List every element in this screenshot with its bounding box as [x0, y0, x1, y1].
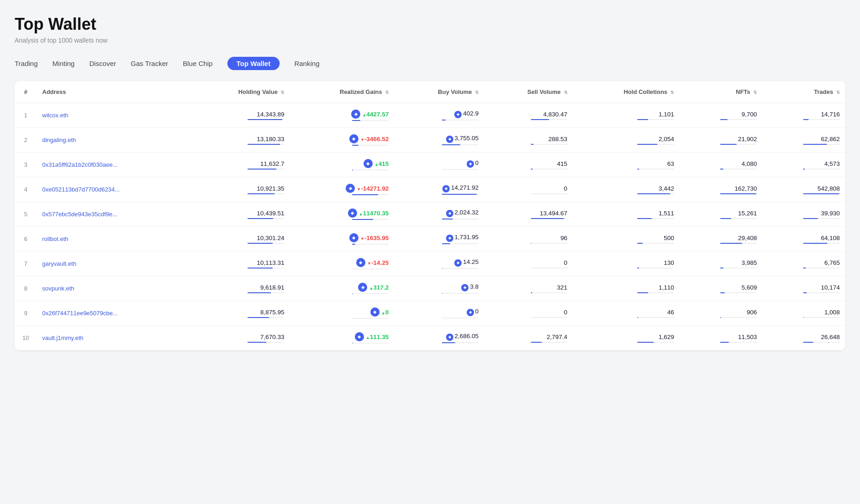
cell-nfts: 29,408: [679, 227, 762, 252]
eth-icon-buy: ◈: [454, 259, 462, 267]
cell-hold-collections: 3,442: [573, 177, 680, 202]
cell-trades: 10,174: [762, 276, 845, 301]
table-row: 7garyvault.eth 10,113.31 ◈ -14.25 ◈14.25…: [15, 252, 845, 276]
cell-address[interactable]: garyvault.eth: [37, 252, 191, 276]
cell-rank: 7: [15, 252, 37, 276]
table-row: 10vault.j1mmy.eth 7,670.33 ◈ 111.35 ◈2,6…: [15, 326, 845, 351]
cell-address[interactable]: 0x577ebc5de943e35cdf9e...: [37, 202, 191, 227]
cell-sell-volume: 0: [484, 252, 573, 276]
table-row: 30x31a5ff62a1b2c0f030aee... 11,632.7 ◈ 4…: [15, 153, 845, 177]
col-hold-collections[interactable]: Hold Colletions ⇅: [573, 81, 680, 103]
cell-nfts: 906: [679, 301, 762, 326]
cell-address[interactable]: wilcox.eth: [37, 103, 191, 128]
cell-sell-volume: 96: [484, 227, 573, 252]
eth-icon-buy: ◈: [454, 111, 462, 118]
eth-icon: ◈: [364, 159, 373, 168]
cell-address[interactable]: vault.j1mmy.eth: [37, 326, 191, 351]
cell-address[interactable]: rollbot.eth: [37, 227, 191, 252]
cell-sell-volume: 13,494.67: [484, 202, 573, 227]
col-buy[interactable]: Buy Volume ⇅: [394, 81, 484, 103]
cell-realized-gains: ◈ -1635.95: [290, 227, 394, 252]
cell-rank: 6: [15, 227, 37, 252]
eth-icon-buy: ◈: [467, 309, 474, 316]
cell-holding-value: 14,343.89: [191, 103, 290, 128]
cell-holding-value: 7,670.33: [191, 326, 290, 351]
table-row: 90x26f744711ee9e5079cbe... 8,875.95 ◈ 0 …: [15, 301, 845, 326]
cell-nfts: 9,700: [679, 103, 762, 128]
cell-sell-volume: 0: [484, 301, 573, 326]
cell-buy-volume: ◈3,755.05: [394, 128, 484, 153]
tab-discover[interactable]: Discover: [89, 57, 116, 70]
cell-nfts: 3,985: [679, 252, 762, 276]
cell-address[interactable]: 0x31a5ff62a1b2c0f030aee...: [37, 153, 191, 177]
cell-realized-gains: ◈ 415: [290, 153, 394, 177]
eth-icon: ◈: [351, 110, 360, 119]
tab-gas-tracker[interactable]: Gas Tracker: [131, 57, 168, 70]
cell-buy-volume: ◈0: [394, 301, 484, 326]
col-holding[interactable]: Holding Value ⇅: [191, 81, 290, 103]
cell-buy-volume: ◈1,731.95: [394, 227, 484, 252]
tab-top-wallet[interactable]: Top Wallet: [227, 57, 280, 70]
cell-sell-volume: 288.53: [484, 128, 573, 153]
eth-icon: ◈: [356, 258, 365, 267]
cell-realized-gains: ◈ 111.35: [290, 326, 394, 351]
cell-rank: 5: [15, 202, 37, 227]
table-card: # Address Holding Value ⇅ Realized Gains…: [15, 81, 845, 351]
cell-address[interactable]: 0xe052113bd7d7700d6234...: [37, 177, 191, 202]
page-title: Top Wallet: [15, 15, 845, 34]
eth-icon-buy: ◈: [442, 185, 450, 192]
col-address: Address: [37, 81, 191, 103]
tab-trading[interactable]: Trading: [15, 57, 38, 70]
cell-holding-value: 10,921.35: [191, 177, 290, 202]
cell-nfts: 21,902: [679, 128, 762, 153]
cell-holding-value: 9,618.91: [191, 276, 290, 301]
eth-icon: ◈: [349, 134, 358, 143]
cell-holding-value: 10,439.51: [191, 202, 290, 227]
cell-buy-volume: ◈2,024.32: [394, 202, 484, 227]
eth-icon-buy: ◈: [446, 210, 453, 217]
eth-icon: ◈: [349, 233, 358, 242]
cell-trades: 14,716: [762, 103, 845, 128]
cell-sell-volume: 0: [484, 177, 573, 202]
cell-buy-volume: ◈3.8: [394, 276, 484, 301]
tab-ranking[interactable]: Ranking: [294, 57, 320, 70]
col-sell[interactable]: Sell Volume ⇅: [484, 81, 573, 103]
cell-holding-value: 13,180.33: [191, 128, 290, 153]
cell-sell-volume: 2,797.4: [484, 326, 573, 351]
col-realized[interactable]: Realized Gains ⇅: [290, 81, 394, 103]
cell-hold-collections: 46: [573, 301, 680, 326]
nav-tabs: Trading Minting Discover Gas Tracker Blu…: [15, 57, 845, 70]
cell-hold-collections: 1,629: [573, 326, 680, 351]
cell-hold-collections: 1,511: [573, 202, 680, 227]
cell-trades: 542,808: [762, 177, 845, 202]
cell-realized-gains: ◈ -3466.52: [290, 128, 394, 153]
cell-rank: 3: [15, 153, 37, 177]
cell-hold-collections: 130: [573, 252, 680, 276]
cell-sell-volume: 321: [484, 276, 573, 301]
col-nfts[interactable]: NFTs ⇅: [679, 81, 762, 103]
table-row: 6rollbot.eth 10,301.24 ◈ -1635.95 ◈1,731…: [15, 227, 845, 252]
col-trades[interactable]: Trades ⇅: [762, 81, 845, 103]
table-row: 1wilcox.eth 14,343.89 ◈ 4427.57 ◈402.9 4…: [15, 103, 845, 128]
cell-hold-collections: 63: [573, 153, 680, 177]
cell-holding-value: 11,632.7: [191, 153, 290, 177]
cell-address[interactable]: 0x26f744711ee9e5079cbe...: [37, 301, 191, 326]
cell-rank: 1: [15, 103, 37, 128]
cell-address[interactable]: sovpunk.eth: [37, 276, 191, 301]
eth-icon-buy: ◈: [446, 334, 453, 341]
cell-buy-volume: ◈2,686.05: [394, 326, 484, 351]
cell-rank: 8: [15, 276, 37, 301]
cell-trades: 62,862: [762, 128, 845, 153]
eth-icon: ◈: [370, 307, 380, 317]
cell-sell-volume: 415: [484, 153, 573, 177]
cell-address[interactable]: dingaling.eth: [37, 128, 191, 153]
eth-icon: ◈: [346, 184, 355, 193]
eth-icon-buy: ◈: [461, 284, 469, 291]
cell-trades: 39,930: [762, 202, 845, 227]
cell-nfts: 11,503: [679, 326, 762, 351]
cell-buy-volume: ◈14,271.92: [394, 177, 484, 202]
tab-minting[interactable]: Minting: [52, 57, 74, 70]
cell-hold-collections: 2,054: [573, 128, 680, 153]
cell-rank: 2: [15, 128, 37, 153]
tab-blue-chip[interactable]: Blue Chip: [183, 57, 213, 70]
